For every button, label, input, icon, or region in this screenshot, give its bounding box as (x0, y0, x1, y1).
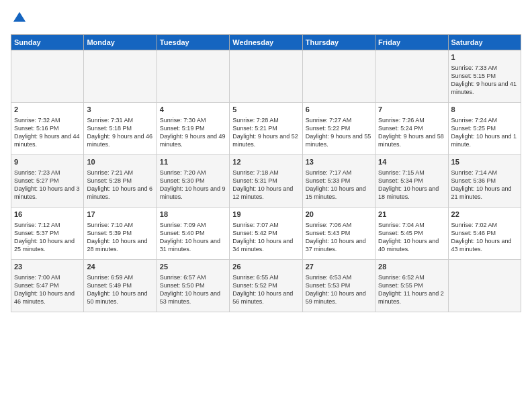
column-header-monday: Monday (84, 35, 157, 50)
day-cell (448, 260, 521, 312)
day-info: Sunrise: 7:20 AM Sunset: 5:30 PM Dayligh… (160, 169, 226, 201)
day-cell: 18Sunrise: 7:09 AM Sunset: 5:40 PM Dayli… (157, 208, 229, 260)
week-row-2: 2Sunrise: 7:32 AM Sunset: 5:16 PM Daylig… (11, 103, 521, 155)
day-cell: 10Sunrise: 7:21 AM Sunset: 5:28 PM Dayli… (84, 155, 157, 208)
day-cell (84, 50, 157, 103)
day-cell (302, 50, 375, 103)
column-header-thursday: Thursday (302, 35, 375, 50)
day-number: 27 (306, 262, 372, 272)
day-number: 17 (87, 210, 153, 220)
day-cell: 23Sunrise: 7:00 AM Sunset: 5:47 PM Dayli… (11, 260, 84, 312)
day-info: Sunrise: 6:59 AM Sunset: 5:49 PM Dayligh… (87, 273, 153, 306)
day-cell: 6Sunrise: 7:27 AM Sunset: 5:22 PM Daylig… (302, 103, 375, 155)
day-number: 2 (14, 105, 81, 115)
week-row-1: 1Sunrise: 7:33 AM Sunset: 5:15 PM Daylig… (11, 50, 521, 103)
day-info: Sunrise: 7:26 AM Sunset: 5:24 PM Dayligh… (378, 116, 445, 149)
day-number: 3 (87, 105, 153, 115)
day-cell: 16Sunrise: 7:12 AM Sunset: 5:37 PM Dayli… (11, 208, 84, 260)
day-cell (375, 50, 448, 103)
day-number: 13 (306, 157, 372, 167)
day-number: 5 (232, 105, 299, 115)
day-number: 16 (14, 210, 81, 220)
day-cell: 3Sunrise: 7:31 AM Sunset: 5:18 PM Daylig… (84, 103, 157, 155)
day-number: 4 (160, 105, 226, 115)
svg-marker-0 (13, 12, 26, 22)
day-cell: 11Sunrise: 7:20 AM Sunset: 5:30 PM Dayli… (157, 155, 229, 208)
day-cell (157, 50, 229, 103)
day-info: Sunrise: 6:52 AM Sunset: 5:55 PM Dayligh… (378, 273, 445, 306)
day-number: 9 (14, 157, 81, 167)
day-cell: 13Sunrise: 7:17 AM Sunset: 5:33 PM Dayli… (302, 155, 375, 208)
day-number: 20 (306, 210, 372, 220)
day-number: 11 (160, 157, 226, 167)
column-header-saturday: Saturday (448, 35, 521, 50)
day-cell: 27Sunrise: 6:53 AM Sunset: 5:53 PM Dayli… (302, 260, 375, 312)
day-cell (11, 50, 84, 103)
day-cell: 22Sunrise: 7:02 AM Sunset: 5:46 PM Dayli… (448, 208, 521, 260)
day-cell: 15Sunrise: 7:14 AM Sunset: 5:36 PM Dayli… (448, 155, 521, 208)
day-info: Sunrise: 7:24 AM Sunset: 5:25 PM Dayligh… (451, 116, 518, 149)
logo-icon (12, 11, 27, 26)
day-number: 28 (378, 262, 445, 272)
day-cell: 1Sunrise: 7:33 AM Sunset: 5:15 PM Daylig… (448, 50, 521, 103)
day-info: Sunrise: 7:07 AM Sunset: 5:42 PM Dayligh… (232, 221, 299, 254)
day-cell: 20Sunrise: 7:06 AM Sunset: 5:43 PM Dayli… (302, 208, 375, 260)
day-cell: 2Sunrise: 7:32 AM Sunset: 5:16 PM Daylig… (11, 103, 84, 155)
logo-wordmark (11, 11, 27, 29)
day-number: 18 (160, 210, 226, 220)
day-cell: 8Sunrise: 7:24 AM Sunset: 5:25 PM Daylig… (448, 103, 521, 155)
day-info: Sunrise: 7:28 AM Sunset: 5:21 PM Dayligh… (232, 116, 299, 149)
day-number: 10 (87, 157, 153, 167)
day-number: 14 (378, 157, 445, 167)
day-info: Sunrise: 7:18 AM Sunset: 5:31 PM Dayligh… (232, 169, 299, 201)
day-number: 15 (451, 157, 518, 167)
week-row-3: 9Sunrise: 7:23 AM Sunset: 5:27 PM Daylig… (11, 155, 521, 208)
day-cell: 7Sunrise: 7:26 AM Sunset: 5:24 PM Daylig… (375, 103, 448, 155)
day-cell: 26Sunrise: 6:55 AM Sunset: 5:52 PM Dayli… (230, 260, 302, 312)
day-info: Sunrise: 6:53 AM Sunset: 5:53 PM Dayligh… (306, 273, 372, 306)
day-number: 8 (451, 105, 518, 115)
day-number: 21 (378, 210, 445, 220)
day-cell: 25Sunrise: 6:57 AM Sunset: 5:50 PM Dayli… (157, 260, 229, 312)
day-number: 25 (160, 262, 226, 272)
day-info: Sunrise: 7:09 AM Sunset: 5:40 PM Dayligh… (160, 221, 226, 254)
day-cell: 12Sunrise: 7:18 AM Sunset: 5:31 PM Dayli… (230, 155, 302, 208)
day-cell: 9Sunrise: 7:23 AM Sunset: 5:27 PM Daylig… (11, 155, 84, 208)
day-info: Sunrise: 7:33 AM Sunset: 5:15 PM Dayligh… (451, 64, 518, 97)
day-info: Sunrise: 7:00 AM Sunset: 5:47 PM Dayligh… (14, 273, 81, 306)
day-info: Sunrise: 7:12 AM Sunset: 5:37 PM Dayligh… (14, 221, 81, 254)
day-info: Sunrise: 7:04 AM Sunset: 5:45 PM Dayligh… (378, 221, 445, 254)
day-number: 6 (306, 105, 372, 115)
day-info: Sunrise: 7:31 AM Sunset: 5:18 PM Dayligh… (87, 116, 153, 149)
day-cell (230, 50, 302, 103)
day-number: 19 (232, 210, 299, 220)
day-number: 12 (232, 157, 299, 167)
page-header (11, 11, 521, 29)
day-number: 7 (378, 105, 445, 115)
column-header-sunday: Sunday (11, 35, 84, 50)
day-info: Sunrise: 7:23 AM Sunset: 5:27 PM Dayligh… (14, 169, 81, 201)
day-number: 22 (451, 210, 518, 220)
day-info: Sunrise: 7:32 AM Sunset: 5:16 PM Dayligh… (14, 116, 81, 149)
day-info: Sunrise: 7:17 AM Sunset: 5:33 PM Dayligh… (306, 169, 372, 201)
day-info: Sunrise: 7:21 AM Sunset: 5:28 PM Dayligh… (87, 169, 153, 201)
day-number: 24 (87, 262, 153, 272)
day-number: 26 (232, 262, 299, 272)
day-cell: 24Sunrise: 6:59 AM Sunset: 5:49 PM Dayli… (84, 260, 157, 312)
day-info: Sunrise: 7:15 AM Sunset: 5:34 PM Dayligh… (378, 169, 445, 201)
day-info: Sunrise: 7:30 AM Sunset: 5:19 PM Dayligh… (160, 116, 226, 149)
day-info: Sunrise: 7:02 AM Sunset: 5:46 PM Dayligh… (451, 221, 518, 254)
calendar-header-row: SundayMondayTuesdayWednesdayThursdayFrid… (11, 35, 521, 50)
column-header-friday: Friday (375, 35, 448, 50)
day-cell: 19Sunrise: 7:07 AM Sunset: 5:42 PM Dayli… (230, 208, 302, 260)
day-cell: 14Sunrise: 7:15 AM Sunset: 5:34 PM Dayli… (375, 155, 448, 208)
day-cell: 21Sunrise: 7:04 AM Sunset: 5:45 PM Dayli… (375, 208, 448, 260)
day-number: 23 (14, 262, 81, 272)
day-info: Sunrise: 7:10 AM Sunset: 5:39 PM Dayligh… (87, 221, 153, 254)
day-cell: 17Sunrise: 7:10 AM Sunset: 5:39 PM Dayli… (84, 208, 157, 260)
column-header-wednesday: Wednesday (230, 35, 302, 50)
day-info: Sunrise: 6:57 AM Sunset: 5:50 PM Dayligh… (160, 273, 226, 306)
logo (11, 11, 27, 29)
day-number: 1 (451, 52, 518, 62)
day-info: Sunrise: 7:27 AM Sunset: 5:22 PM Dayligh… (306, 116, 372, 149)
